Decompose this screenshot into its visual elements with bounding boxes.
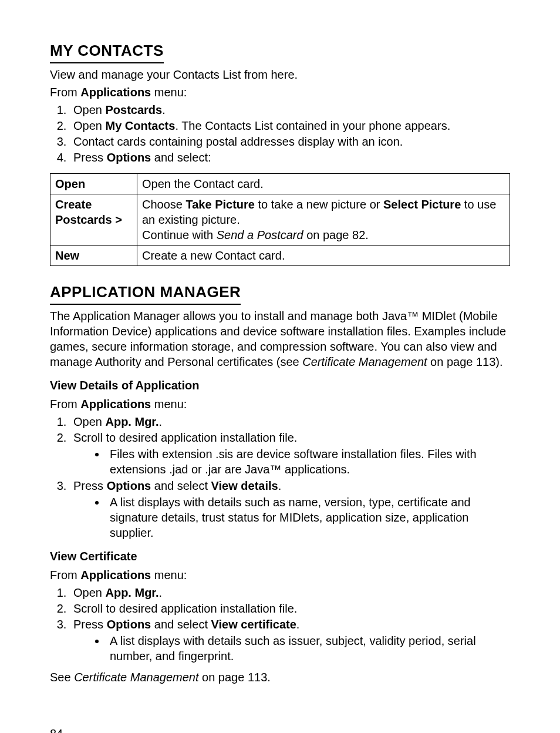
intro-my-contacts: View and manage your Contacts List from … — [50, 67, 510, 82]
text: Choose — [142, 198, 186, 211]
bold-view-details: View details — [211, 479, 278, 492]
options-table: Open Open the Contact card. Create Postc… — [50, 173, 510, 266]
text: . — [296, 618, 300, 631]
bullet: A list displays with details such as iss… — [106, 633, 510, 664]
text: . — [162, 103, 166, 116]
text: to take a new picture or — [255, 198, 383, 211]
italic-cert-mgmt: Certificate Management — [302, 355, 427, 368]
table-row: Create Postcards > Choose Take Picture t… — [50, 194, 510, 245]
text: . The Contacts List contained in your ph… — [175, 119, 450, 132]
bullet: A list displays with details such as nam… — [106, 495, 510, 540]
table-row: New Create a new Contact card. — [50, 245, 510, 265]
text: See — [50, 671, 74, 684]
bold-app-mgr: App. Mgr. — [105, 586, 158, 599]
text: Continue with — [142, 228, 217, 241]
text: From — [50, 398, 80, 411]
text: Open — [73, 586, 105, 599]
step-1: Open Postcards. — [70, 102, 510, 117]
bold-options: Options — [107, 479, 151, 492]
heading-my-contacts: MY CONTACTS — [50, 41, 164, 63]
text: Press — [73, 479, 107, 492]
text: . — [278, 479, 282, 492]
step-1: Open App. Mgr.. — [70, 585, 510, 600]
from-applications-3: From Applications menu: — [50, 567, 510, 583]
bold-options: Options — [107, 618, 151, 631]
text: menu: — [151, 86, 187, 99]
from-applications-1: From Applications menu: — [50, 85, 510, 100]
italic-send-postcard: Send a Postcard — [217, 228, 303, 241]
bold-take-picture: Take Picture — [186, 198, 255, 211]
option-new-desc: Create a new Contact card. — [137, 245, 510, 265]
bold-view-certificate: View certificate — [211, 618, 296, 631]
sub-bullets: A list displays with details such as iss… — [73, 633, 510, 664]
view-details-steps: Open App. Mgr.. Scroll to desired applic… — [50, 414, 510, 540]
option-open: Open — [50, 173, 137, 194]
step-2: Open My Contacts. The Contacts List cont… — [70, 118, 510, 133]
text: From — [50, 86, 80, 99]
see-cert-mgmt: See Certificate Management on page 113. — [50, 670, 510, 685]
text: and select — [151, 618, 211, 631]
text: menu: — [151, 398, 187, 411]
step-3: Press Options and select View details. A… — [70, 478, 510, 540]
text: From — [50, 569, 80, 581]
text: on page 113). — [427, 355, 503, 368]
my-contacts-steps: Open Postcards. Open My Contacts. The Co… — [50, 102, 510, 165]
text: and select: — [151, 151, 211, 164]
italic-cert-mgmt: Certificate Management — [74, 671, 198, 684]
table-row: Open Open the Contact card. — [50, 173, 510, 194]
step-2: Scroll to desired application installati… — [70, 430, 510, 477]
page-number: 84 — [50, 726, 510, 733]
subheading-view-certificate: View Certificate — [50, 549, 510, 564]
subheading-view-details: View Details of Application — [50, 378, 510, 393]
option-create-postcards-desc: Choose Take Picture to take a new pictur… — [137, 194, 510, 245]
text: Open — [73, 119, 105, 132]
text: on page 82. — [303, 228, 369, 241]
step-1: Open App. Mgr.. — [70, 414, 510, 429]
step-4: Press Options and select: — [70, 150, 510, 165]
bold-applications: Applications — [80, 398, 151, 411]
step-2: Scroll to desired application installati… — [70, 601, 510, 616]
text: and select — [151, 479, 211, 492]
bold-applications: Applications — [80, 86, 151, 99]
sub-bullets: Files with extension .sis are device sof… — [73, 446, 510, 477]
bold-app-mgr: App. Mgr. — [105, 415, 158, 428]
text: Scroll to desired application installati… — [73, 431, 297, 444]
option-open-desc: Open the Contact card. — [137, 173, 510, 194]
bold-my-contacts: My Contacts — [105, 119, 175, 132]
step-3: Press Options and select View certificat… — [70, 617, 510, 664]
heading-application-manager: APPLICATION MANAGER — [50, 283, 241, 305]
option-new: New — [50, 245, 137, 265]
bullet: Files with extension .sis are device sof… — [106, 446, 510, 477]
text: on page 113. — [198, 671, 270, 684]
view-certificate-steps: Open App. Mgr.. Scroll to desired applic… — [50, 585, 510, 664]
step-3: Contact cards containing postal addresse… — [70, 134, 510, 149]
text: Press — [73, 618, 107, 631]
text: Open — [73, 103, 105, 116]
sub-bullets: A list displays with details such as nam… — [73, 495, 510, 540]
bold-postcards: Postcards — [105, 103, 162, 116]
text: Press — [73, 151, 107, 164]
text: . — [159, 586, 163, 599]
bold-applications: Applications — [80, 569, 151, 581]
option-create-postcards: Create Postcards > — [50, 194, 137, 245]
bold-options: Options — [107, 151, 151, 164]
text: . — [159, 415, 163, 428]
text: menu: — [151, 569, 187, 581]
bold-select-picture: Select Picture — [383, 198, 461, 211]
intro-app-manager: The Application Manager allows you to in… — [50, 308, 510, 369]
from-applications-2: From Applications menu: — [50, 396, 510, 412]
text: Open — [73, 415, 105, 428]
